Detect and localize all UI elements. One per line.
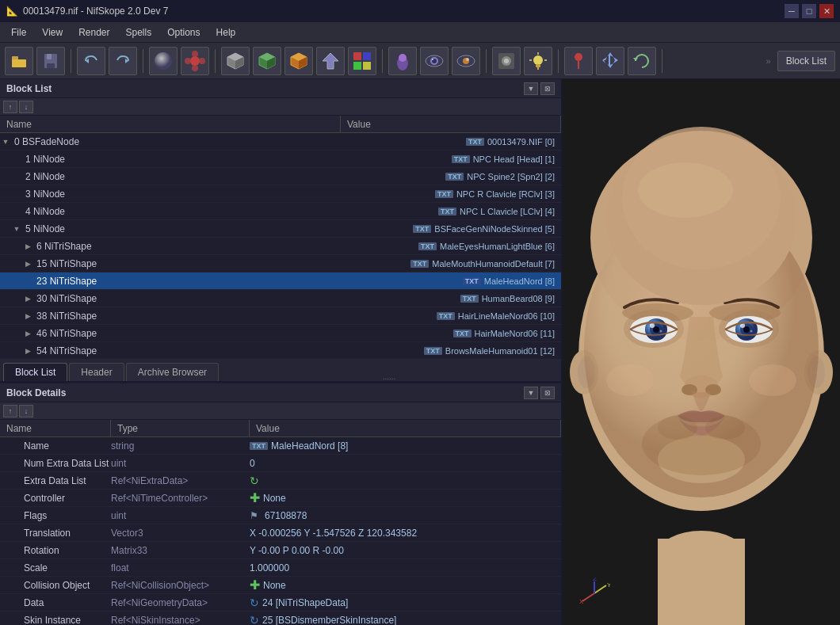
detail-row-data[interactable]: Data Ref<NiGeometryData> ↻ 24 [NiTriShap… [0, 594, 561, 612]
block-list-up-btn[interactable]: ↑ [3, 101, 17, 113]
svg-point-80 [749, 364, 796, 396]
expand-15[interactable]: ▶ [22, 258, 33, 269]
tree-row-30[interactable]: ▶ 30 NiTriShape TXT HumanBeard08 [9] [0, 290, 561, 307]
menu-spells[interactable]: Spells [118, 24, 160, 41]
toolbar-move-btn[interactable] [596, 47, 624, 75]
block-list-down-btn[interactable]: ↓ [19, 101, 33, 113]
block-list-pin-btn[interactable]: ⊠ [540, 82, 555, 95]
detail-row-skin[interactable]: Skin Instance Ref<NiSkinInstance> ↻ 25 [… [0, 612, 561, 625]
toolbar-cube-orange-btn[interactable] [284, 47, 313, 75]
detail-row-collision[interactable]: Collision Object Ref<NiCollisionObject> … [0, 577, 561, 594]
detail-row-name[interactable]: Name string TXT MaleHeadNord [8] [0, 437, 561, 455]
detail-value-rotation: Y -0.00 P 0.00 R -0.00 [250, 545, 561, 556]
toolbar-rotate-btn[interactable] [628, 47, 656, 75]
menu-options[interactable]: Options [159, 24, 208, 41]
col-value: Value [341, 116, 561, 133]
svg-point-12 [199, 58, 205, 64]
toolbar-sphere-btn[interactable] [149, 47, 178, 75]
tree-row-23[interactable]: 23 NiTriShape TXT MaleHeadNord [8] [0, 272, 561, 290]
tree-row-38[interactable]: ▶ 38 NiTriShape TXT HairLineMaleNord06 [… [0, 307, 561, 325]
detail-row-controller[interactable]: Controller Ref<NiTimeController> ✚ None [0, 490, 561, 507]
txt-badge-5: TXT [413, 225, 431, 233]
tree-row-0[interactable]: ▼ 0 BSFadeNode TXT 00013479.NIF [0] [0, 133, 561, 151]
block-list-content[interactable]: ▼ 0 BSFadeNode TXT 00013479.NIF [0] 1 Ni… [0, 133, 561, 360]
detail-value-translation: X -0.000256 Y -1.547526 Z 120.343582 [250, 528, 561, 539]
tree-row-5[interactable]: ▼ 5 NiNode TXT BSFaceGenNiNodeSkinned [5… [0, 220, 561, 238]
row-name-0: 0 BSFadeNode [11, 136, 466, 147]
titlebar-controls[interactable]: ─ □ ✕ [785, 4, 834, 18]
detail-name-name: Name [0, 440, 111, 452]
toolbar-eye2-btn[interactable] [452, 47, 480, 75]
toolbar-blob-btn[interactable] [388, 47, 417, 75]
tree-row-46[interactable]: ▶ 46 NiTriShape TXT HairMaleNord06 [11] [0, 325, 561, 342]
menu-view[interactable]: View [34, 24, 71, 41]
toolbar-cube-grey-btn[interactable] [221, 47, 250, 75]
toolbar-save-btn[interactable] [36, 47, 65, 75]
expand-30[interactable]: ▶ [22, 293, 33, 304]
expand-5[interactable]: ▼ [11, 223, 22, 234]
block-details-content[interactable]: Name string TXT MaleHeadNord [8] Num Ext… [0, 437, 561, 625]
txt-badge-1: TXT [452, 155, 470, 163]
titlebar-title: 00013479.nif - NifSkope 2.0 Dev 7 [23, 6, 168, 17]
detail-type-data: Ref<NiGeometryData> [111, 597, 250, 608]
toolbar-pin-btn[interactable] [564, 47, 593, 75]
tree-row-4[interactable]: 4 NiNode TXT NPC L Clavicle [LClv] [4] [0, 203, 561, 220]
tab-header[interactable]: Header [69, 363, 124, 381]
toolbar-multicolor-btn[interactable] [348, 47, 376, 75]
block-details-down-btn[interactable]: ↓ [19, 405, 33, 417]
detail-name-scale: Scale [0, 562, 111, 574]
toolbar-undo-btn[interactable] [77, 47, 105, 75]
block-details-up-btn[interactable]: ↑ [3, 405, 17, 417]
tab-archive-browser[interactable]: Archive Browser [126, 363, 219, 381]
detail-row-flags[interactable]: Flags uint ⚑ 67108878 [0, 507, 561, 524]
toolbar-light-btn[interactable] [524, 47, 552, 75]
detail-row-numextra[interactable]: Num Extra Data List uint 0 [0, 455, 561, 472]
row-name-15: 15 NiTriShape [33, 258, 410, 269]
detail-row-extradata[interactable]: Extra Data List Ref<NiExtraData> ↻ [0, 472, 561, 490]
expand-38[interactable]: ▶ [22, 311, 33, 322]
viewport[interactable]: Y Z X [563, 79, 840, 625]
tree-row-2[interactable]: 2 NiNode TXT NPC Spine2 [Spn2] [2] [0, 168, 561, 185]
block-list-panel: Block List ▼ ⊠ ↑ ↓ Name Value ▼ [0, 79, 561, 383]
txt-badge-15: TXT [410, 260, 429, 268]
detail-row-translation[interactable]: Translation Vector3 X -0.000256 Y -1.547… [0, 524, 561, 542]
tree-row-3[interactable]: 3 NiNode TXT NPC R Clavicle [RClv] [3] [0, 185, 561, 203]
menu-help[interactable]: Help [208, 24, 244, 41]
tab-block-list[interactable]: Block List [3, 363, 67, 381]
expand-0[interactable]: ▼ [0, 136, 11, 147]
toolbar-magic-btn[interactable] [181, 47, 209, 75]
expand-54[interactable]: ▶ [22, 345, 33, 356]
toolbar-eye-btn[interactable] [420, 47, 449, 75]
toolbar-render-btn[interactable] [492, 47, 521, 75]
tree-row-6[interactable]: ▶ 6 NiTriShape TXT MaleEyesHumanLightBlu… [0, 238, 561, 255]
block-details-collapse-btn[interactable]: ▼ [524, 387, 538, 399]
block-details-title: Block Details [6, 387, 66, 398]
block-list-collapse-btn[interactable]: ▼ [524, 82, 538, 95]
row-value-6: TXT MaleEyesHumanLightBlue [6] [418, 242, 561, 251]
toolbar-overflow: » [766, 56, 774, 66]
tree-row-1[interactable]: 1 NiNode TXT NPC Head [Head] [1] [0, 151, 561, 168]
menu-file[interactable]: File [3, 24, 34, 41]
menu-render[interactable]: Render [71, 24, 117, 41]
detail-row-rotation[interactable]: Rotation Matrix33 Y -0.00 P 0.00 R -0.00 [0, 542, 561, 559]
block-details-pin-btn[interactable]: ⊠ [540, 387, 555, 399]
row-name-23: 23 NiTriShape [33, 276, 463, 287]
svg-point-81 [642, 412, 761, 475]
detail-row-scale[interactable]: Scale float 1.000000 [0, 559, 561, 577]
close-button[interactable]: ✕ [819, 4, 834, 18]
maximize-button[interactable]: □ [802, 4, 816, 18]
toolbar-redo-btn[interactable] [109, 47, 137, 75]
tab-dots: ...... [220, 372, 558, 381]
tree-row-54[interactable]: ▶ 54 NiTriShape TXT BrowsMaleHumanoid01 … [0, 342, 561, 360]
toolbar-block-list-label[interactable]: Block List [777, 51, 835, 71]
toolbar-open-btn[interactable] [5, 47, 33, 75]
toolbar-cube-green-btn[interactable] [253, 47, 281, 75]
expand-46[interactable]: ▶ [22, 328, 33, 339]
tabs-bar: Block List Header Archive Browser ...... [0, 360, 561, 382]
toolbar-arrow-btn[interactable] [316, 47, 345, 75]
minimize-button[interactable]: ─ [785, 4, 799, 18]
row-name-46: 46 NiTriShape [33, 328, 453, 339]
detail-value-skin: ↻ 25 [BSDismemberSkinInstance] [250, 614, 561, 626]
expand-6[interactable]: ▶ [22, 241, 33, 252]
tree-row-15[interactable]: ▶ 15 NiTriShape TXT MaleMouthHumanoidDef… [0, 255, 561, 272]
